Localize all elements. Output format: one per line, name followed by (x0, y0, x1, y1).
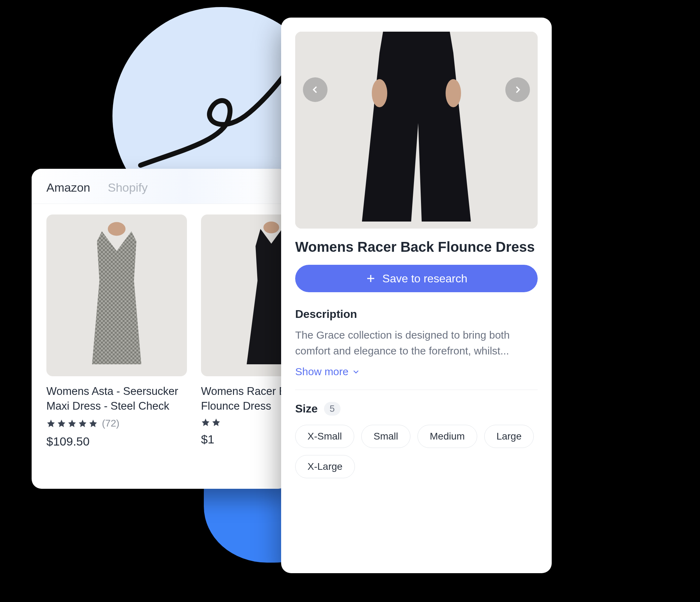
description-text: The Grace collection is designed to brin… (295, 327, 538, 359)
product-title: Womens Asta - Seersucker Maxi Dress - St… (46, 384, 187, 414)
marketplace-tabs: Amazon Shopify (32, 169, 288, 204)
divider (295, 390, 538, 390)
svg-point-6 (264, 222, 279, 233)
rating-count: (72) (102, 418, 119, 429)
star-icon (201, 418, 210, 427)
svg-point-9 (446, 79, 461, 107)
star-icon (46, 419, 56, 428)
product-card[interactable]: Womens Asta - Seersucker Maxi Dress - St… (46, 214, 187, 448)
star-icon (78, 419, 87, 428)
size-options: X-Small Small Medium Large X-Large (295, 425, 538, 478)
save-to-research-button[interactable]: Save to research (295, 265, 538, 292)
product-price: $109.50 (46, 435, 187, 448)
size-option-xlarge[interactable]: X-Large (295, 455, 355, 478)
product-price: $1 (201, 433, 288, 446)
description-heading: Description (295, 308, 538, 321)
size-count-badge: 5 (324, 402, 340, 416)
product-rating (201, 418, 288, 427)
star-icon (212, 418, 221, 427)
image-next-button[interactable] (505, 77, 530, 102)
save-button-label: Save to research (382, 272, 467, 285)
show-more-label: Show more (295, 366, 349, 378)
product-detail-card: Womens Racer Back Flounce Dress Save to … (281, 18, 552, 573)
star-icon (89, 419, 98, 428)
tab-shopify[interactable]: Shopify (108, 181, 148, 194)
size-option-large[interactable]: Large (484, 425, 534, 448)
image-prev-button[interactable] (303, 77, 328, 102)
size-option-xsmall[interactable]: X-Small (295, 425, 354, 448)
product-listing-card: Amazon Shopify (32, 169, 288, 489)
size-option-medium[interactable]: Medium (417, 425, 477, 448)
tab-amazon[interactable]: Amazon (46, 181, 90, 194)
show-more-button[interactable]: Show more (295, 366, 360, 378)
chevron-left-icon (310, 85, 320, 95)
chevron-right-icon (513, 85, 523, 95)
star-icon (67, 419, 77, 428)
size-heading: Size (295, 402, 318, 415)
size-option-small[interactable]: Small (361, 425, 410, 448)
product-image (46, 214, 187, 376)
svg-point-4 (108, 222, 125, 236)
svg-point-8 (372, 79, 387, 107)
product-rating: (72) (46, 418, 187, 429)
product-title: Womens Racer Back Flounce Dress (201, 384, 288, 414)
product-hero-image (295, 32, 538, 229)
chevron-down-icon (352, 368, 360, 376)
product-image (201, 214, 288, 376)
detail-product-title: Womens Racer Back Flounce Dress (295, 239, 538, 255)
plus-icon (365, 273, 376, 284)
product-card[interactable]: Womens Racer Back Flounce Dress $1 (201, 214, 288, 448)
star-icon (57, 419, 66, 428)
